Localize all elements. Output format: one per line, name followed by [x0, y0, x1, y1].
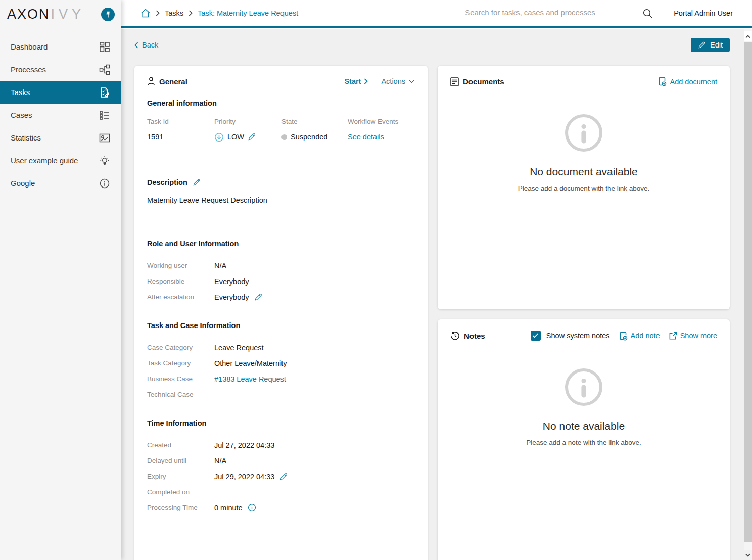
processes-icon [99, 64, 110, 75]
divider [147, 222, 415, 222]
sidebar-item-cases[interactable]: Cases [0, 104, 121, 126]
sidebar-item-user-example-guide[interactable]: User example guide [0, 149, 121, 172]
kv-row: Processing Time 0 minute [147, 500, 415, 516]
after-escalation-value: Everybody [214, 293, 249, 301]
task-case-heading: Task and Case Information [147, 321, 415, 330]
breadcrumb-tasks[interactable]: Tasks [165, 9, 183, 17]
add-document-link[interactable]: Add document [657, 77, 717, 86]
history-icon [450, 331, 460, 341]
case-category-label: Case Category [147, 344, 214, 351]
sidebar-item-label: User example guide [11, 156, 78, 165]
pencil-icon [698, 41, 706, 49]
tasks-icon [99, 87, 110, 98]
documents-card-title: Documents [463, 77, 504, 86]
external-link-icon [669, 332, 677, 340]
completed-on-label: Completed on [147, 488, 214, 496]
lightbulb-icon [99, 155, 110, 166]
topbar: Tasks Task: Maternity Leave Request Port… [121, 0, 752, 28]
info-empty-icon [565, 368, 603, 406]
state-label: State [281, 118, 348, 125]
sidebar-item-label: Dashboard [11, 42, 48, 51]
chevron-left-icon [134, 42, 138, 49]
show-system-notes-checkbox[interactable]: Show system notes [531, 331, 610, 341]
created-label: Created [147, 441, 214, 449]
home-icon[interactable] [140, 9, 151, 18]
kv-row: Case Category Leave Request [147, 340, 415, 355]
sidebar-item-label: Processes [11, 65, 46, 74]
pin-sidebar-button[interactable] [101, 8, 115, 21]
start-task-button[interactable]: Start [344, 77, 368, 85]
cases-icon [99, 110, 110, 121]
kv-row: Task Category Other Leave/Maternity [147, 355, 415, 371]
kv-row: Responsible Everybody [147, 273, 415, 289]
priority-value: LOW [227, 133, 244, 141]
sidebar-menu: Dashboard Processes Tasks [0, 35, 121, 195]
start-label: Start [344, 77, 361, 85]
scroll-up-arrow-icon[interactable] [744, 31, 752, 41]
responsible-value: Everybody [214, 276, 249, 287]
show-more-label: Show more [680, 332, 717, 340]
notes-empty-hint: Please add a note with the link above. [450, 439, 717, 446]
general-card-title: General [159, 77, 187, 86]
see-details-link[interactable]: See details [348, 133, 384, 141]
add-document-icon [657, 77, 667, 86]
dashboard-icon [99, 41, 110, 53]
pencil-icon[interactable] [193, 178, 201, 186]
state-dot-icon [281, 134, 287, 140]
sidebar-item-dashboard[interactable]: Dashboard [0, 35, 121, 58]
documents-card: Documents Add document [438, 66, 730, 309]
general-info-heading: General information [147, 99, 415, 107]
show-more-link[interactable]: Show more [669, 332, 717, 340]
add-document-label: Add document [670, 78, 717, 86]
logo-text-primary: AXON [7, 7, 50, 22]
sidebar-item-statistics[interactable]: Statistics [0, 126, 121, 149]
back-button[interactable]: Back [134, 41, 158, 49]
statistics-icon [99, 132, 110, 144]
kv-row: Delayed until N/A [147, 453, 415, 469]
sidebar-item-label: Google [11, 179, 35, 188]
chevron-right-icon [364, 78, 368, 84]
kv-row: After escalation Everybody [147, 289, 415, 305]
scrollbar-thumb[interactable] [744, 42, 752, 542]
user-menu[interactable]: Portal Admin User [674, 9, 733, 17]
vertical-scrollbar[interactable] [744, 29, 752, 560]
add-note-link[interactable]: Add note [619, 331, 660, 341]
document-icon [450, 77, 459, 86]
after-escalation-label: After escalation [147, 293, 214, 301]
info-empty-icon [565, 114, 603, 152]
search-input[interactable] [464, 6, 638, 20]
info-icon[interactable] [248, 503, 256, 512]
task-id-label: Task Id [147, 118, 214, 125]
scroll-down-arrow-icon[interactable] [744, 550, 752, 560]
pencil-icon[interactable] [279, 473, 288, 481]
search-icon[interactable] [642, 8, 653, 20]
business-case-link[interactable]: #1383 Leave Request [214, 375, 286, 383]
workflow-events-label: Workflow Events [348, 118, 415, 125]
sidebar-item-processes[interactable]: Processes [0, 58, 121, 81]
priority-label: Priority [214, 118, 281, 125]
notes-card-title: Notes [464, 332, 485, 340]
kv-row: Expiry Jul 29, 2022 04:33 [147, 469, 415, 484]
info-circle-icon [99, 178, 110, 189]
sidebar-item-google[interactable]: Google [0, 172, 121, 195]
description-heading: Description [147, 178, 187, 186]
task-category-value: Other Leave/Maternity [214, 358, 287, 368]
task-id-value: 1591 [147, 132, 214, 142]
back-label: Back [142, 41, 158, 49]
documents-empty-hint: Please add a document with the link abov… [450, 184, 717, 192]
edit-label: Edit [710, 41, 723, 49]
person-icon [147, 77, 155, 86]
pencil-icon[interactable] [254, 293, 262, 301]
sidebar-item-label: Tasks [11, 88, 30, 97]
general-card: General Start Actions [134, 66, 428, 560]
technical-case-label: Technical Case [147, 391, 214, 398]
edit-button[interactable]: Edit [691, 38, 730, 52]
sidebar-item-tasks[interactable]: Tasks [0, 81, 121, 104]
role-heading: Role and User Information [147, 240, 415, 248]
axonivy-logo: AXON IVY [7, 7, 85, 22]
pencil-icon[interactable] [248, 133, 256, 141]
actions-dropdown[interactable]: Actions [381, 77, 415, 85]
add-note-icon [619, 331, 628, 341]
breadcrumb: Tasks Task: Maternity Leave Request [140, 9, 298, 18]
chevron-right-icon [189, 10, 193, 16]
